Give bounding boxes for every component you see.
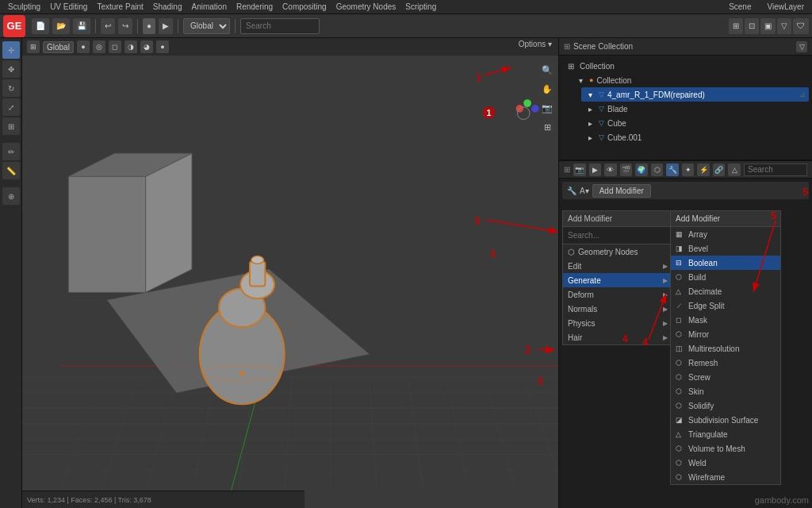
prop-view-icon[interactable]: 👁 — [604, 164, 617, 176]
toolbar-icon-1[interactable]: ⊞ — [729, 18, 743, 34]
vp-camera[interactable]: 📷 — [539, 100, 555, 116]
mod-item-physics[interactable]: Physics ▶ — [563, 316, 672, 330]
outliner-scene-collection[interactable]: ⊞ Collection — [562, 59, 809, 73]
sub-item-remesh[interactable]: ⬡ Remesh — [671, 356, 780, 370]
tool-transform[interactable]: ⊞ — [2, 117, 20, 135]
viewport-shading-wire[interactable]: ◻ — [109, 40, 121, 53]
sub-item-mirror[interactable]: ⬡ Mirror — [671, 327, 780, 341]
toolbar-icon-2[interactable]: ⊡ — [745, 18, 759, 34]
menu-compositing[interactable]: Compositing — [278, 0, 331, 13]
sub-item-subdivision[interactable]: ◪ Subdivision Surface — [671, 413, 780, 427]
prop-constraints-icon[interactable]: 🔗 — [713, 164, 726, 176]
mod-item-hair[interactable]: Hair ▶ — [563, 330, 672, 344]
toolbar-open[interactable]: 📂 — [52, 18, 70, 34]
prop-world-icon[interactable]: 🌍 — [635, 164, 648, 176]
tool-cursor[interactable]: ✛ — [2, 41, 20, 59]
sub-item-edge-split[interactable]: ⟋ Edge Split — [671, 298, 780, 313]
toolbar-render-anim[interactable]: ▶ — [159, 18, 173, 34]
menu-animation[interactable]: Animation — [186, 0, 231, 13]
sub-item-volume-to-mesh[interactable]: ⬡ Volume to Mesh — [671, 441, 780, 456]
viewport-shading-material[interactable]: ◕ — [140, 40, 153, 53]
remesh-label: Remesh — [688, 359, 718, 368]
menu-viewlayer[interactable]: ViewLayer — [762, 2, 809, 11]
vp-grid[interactable]: ⊞ — [539, 119, 555, 135]
sub-item-build[interactable]: ⬡ Build — [671, 270, 780, 284]
viewport-xray-icon[interactable]: ◎ — [93, 40, 105, 53]
prop-scene-icon[interactable]: 🎬 — [620, 164, 633, 176]
sub-item-triangulate[interactable]: △ Triangulate — [671, 427, 780, 441]
mode-selector[interactable]: Global Local — [183, 18, 230, 34]
menu-shading[interactable]: Shading — [148, 0, 187, 13]
sub-item-screw[interactable]: ⬡ Screw — [671, 370, 780, 384]
main-object-label: 4_amr_R_1_FDM(repaired) — [607, 90, 705, 99]
tool-measure[interactable]: 📏 — [2, 162, 20, 179]
modifier-search-input[interactable] — [563, 227, 672, 244]
viewport[interactable]: ⊞ Global ● ◎ ◻ ◑ ◕ ● Options ▾ — [22, 38, 558, 508]
menu-scripting[interactable]: Scripting — [400, 0, 441, 13]
viewport-editor-type[interactable]: ⊞ — [27, 40, 40, 53]
mod-item-normals[interactable]: Normals ▶ — [563, 302, 672, 316]
prop-modifier-icon[interactable]: 🔧 — [666, 164, 679, 176]
mod-item-deform[interactable]: Deform ▶ — [563, 287, 672, 302]
viewport-mode-dropdown[interactable]: Global — [43, 41, 74, 53]
tool-move[interactable]: ✥ — [2, 60, 20, 78]
sub-item-decimate[interactable]: △ Decimate — [671, 284, 780, 298]
sub-item-weld[interactable]: ⬡ Weld — [671, 456, 780, 470]
prop-output-icon[interactable]: ▶ — [589, 164, 602, 176]
outliner-filter-icon[interactable]: ▽ — [796, 41, 807, 52]
sub-item-wireframe[interactable]: ⬡ Wireframe — [671, 470, 780, 484]
outliner-cube[interactable]: ▸ ▽ Cube — [581, 116, 809, 130]
viewport-shading-render[interactable]: ● — [156, 40, 169, 53]
add-modifier-button[interactable]: Add Modifier — [592, 184, 651, 198]
mod-item-edit[interactable]: Edit ▶ — [563, 259, 672, 273]
prop-render-icon[interactable]: 📷 — [573, 164, 586, 176]
toolbar-render[interactable]: ● — [143, 18, 155, 34]
toolbar-icon-3[interactable]: ▣ — [760, 18, 776, 34]
viewport-overlay-icon[interactable]: ● — [77, 40, 90, 53]
outliner-blade[interactable]: ▸ ▽ Blade — [581, 102, 809, 116]
generate-label: Generate — [568, 276, 601, 285]
sub-item-boolean[interactable]: ⊟ Boolean — [671, 256, 780, 270]
sub-item-bevel[interactable]: ◨ Bevel — [671, 241, 780, 256]
prop-object-icon[interactable]: ⬡ — [651, 164, 664, 176]
toolbar-redo[interactable]: ↪ — [118, 18, 132, 34]
menu-scene[interactable]: Scene — [724, 2, 756, 11]
properties-content: 🔧 A▾ Add Modifier Add Modifier ⬡ Geometr… — [559, 179, 812, 508]
toolbar-shield[interactable]: 🛡 — [793, 18, 809, 34]
menu-rendering[interactable]: Rendering — [232, 0, 278, 13]
menu-geometry-nodes[interactable]: Geometry Nodes — [331, 0, 401, 13]
toolbar-undo[interactable]: ↩ — [101, 18, 115, 34]
tool-scale[interactable]: ⤢ — [2, 98, 20, 116]
tool-annotate[interactable]: ✏ — [2, 143, 20, 160]
outliner-cube-001[interactable]: ▸ ▽ Cube.001 — [581, 130, 809, 144]
toolbar-save[interactable]: 💾 — [73, 18, 90, 34]
mod-item-generate[interactable]: Generate ▶ — [563, 273, 672, 287]
properties-search-input[interactable] — [744, 164, 807, 176]
sub-item-skin[interactable]: ⬡ Skin — [671, 384, 780, 398]
prop-data-icon[interactable]: △ — [728, 164, 741, 176]
outliner-collection[interactable]: ▾ ● Collection — [572, 73, 809, 87]
tool-rotate[interactable]: ↻ — [2, 79, 20, 97]
viewport-shading-solid[interactable]: ◑ — [124, 40, 137, 53]
prop-particles-icon[interactable]: ✦ — [682, 164, 695, 176]
sub-item-array[interactable]: ▦ Array — [671, 227, 780, 241]
sub-item-mask[interactable]: ◻ Mask — [671, 313, 780, 327]
tool-add[interactable]: ⊕ — [2, 187, 20, 205]
mod-item-geometry-nodes[interactable]: ⬡ Geometry Nodes — [563, 244, 672, 259]
sub-item-solidify[interactable]: ⬡ Solidify — [671, 398, 780, 413]
vp-zoom-in[interactable]: 🔍 — [539, 62, 555, 78]
sub-item-multires[interactable]: ◫ Multiresolution — [671, 341, 780, 356]
deform-arrow-icon: ▶ — [663, 291, 668, 298]
toolbar-filter[interactable]: ▽ — [777, 18, 791, 34]
vp-hand[interactable]: ✋ — [539, 81, 555, 97]
prop-physics-icon[interactable]: ⚡ — [697, 164, 710, 176]
menu-texture-paint[interactable]: Texture Paint — [92, 0, 147, 13]
bevel-label: Bevel — [688, 244, 708, 253]
outliner-main-object[interactable]: ▾ ▽ 4_amr_R_1_FDM(repaired) ⊿ — [581, 87, 809, 102]
header-search-input[interactable] — [240, 18, 320, 34]
toolbar-new[interactable]: 📄 — [32, 18, 49, 34]
multires-label: Multiresolution — [688, 344, 739, 353]
menu-sculpting[interactable]: Sculpting — [3, 0, 45, 13]
menu-uv-editing[interactable]: UV Editing — [45, 0, 92, 13]
viewport-options[interactable]: Options ▾ — [519, 40, 552, 48]
